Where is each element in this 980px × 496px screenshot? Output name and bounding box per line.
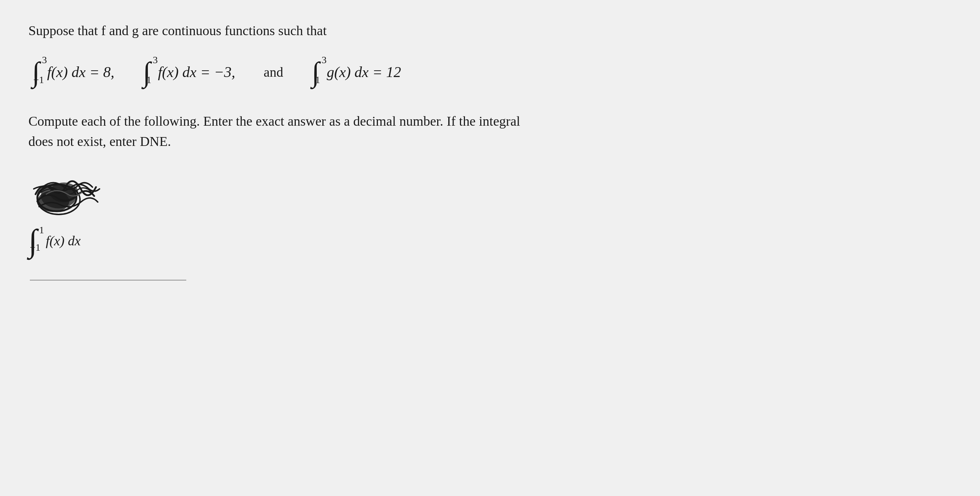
and-text: and: [264, 64, 283, 80]
question-integral-symbol: ∫ 1 −1: [29, 226, 37, 255]
integral-3-upper: 3: [322, 54, 327, 66]
scribble-svg: [32, 173, 103, 216]
question-integral-row: ∫ 1 −1 f(x) dx: [29, 226, 526, 255]
question-integral-section: ∫ 1 −1 f(x) dx: [29, 226, 526, 280]
integral-2-lower: 1: [146, 74, 151, 86]
answer-input[interactable]: [30, 262, 186, 280]
scribble-area: [32, 173, 103, 216]
integral-1-lower: −1: [33, 74, 44, 86]
integrals-row: ∫ 3 −1 f(x) dx = 8, ∫ 3 1 f(x) dx = −3, …: [32, 58, 526, 86]
integral-1: ∫ 3 −1 f(x) dx = 8,: [32, 58, 115, 86]
question-integral-body: f(x) dx: [46, 233, 81, 249]
integral-3-body: g(x) dx = 12: [323, 63, 401, 81]
integral-2-upper: 3: [153, 54, 158, 66]
question-integral-upper: 1: [39, 224, 44, 236]
integral-3-symbol: ∫ 3 1: [312, 58, 320, 86]
problem-statement: Suppose that f and g are continuous func…: [29, 21, 526, 40]
integral-2: ∫ 3 1 f(x) dx = −3,: [143, 58, 235, 86]
integral-1-symbol: ∫ 3 −1: [32, 58, 40, 86]
compute-instruction: Compute each of the following. Enter the…: [29, 111, 526, 152]
integral-2-symbol: ∫ 3 1: [143, 58, 151, 86]
question-integral-lower: −1: [30, 242, 41, 253]
integral-1-upper: 3: [42, 54, 47, 66]
integral-3: ∫ 3 1 g(x) dx = 12: [312, 58, 401, 86]
integral-2-body: f(x) dx = −3,: [154, 63, 235, 81]
integral-3-lower: 1: [315, 74, 320, 86]
integral-1-body: f(x) dx = 8,: [43, 63, 115, 81]
page-container: Suppose that f and g are continuous func…: [29, 21, 526, 280]
